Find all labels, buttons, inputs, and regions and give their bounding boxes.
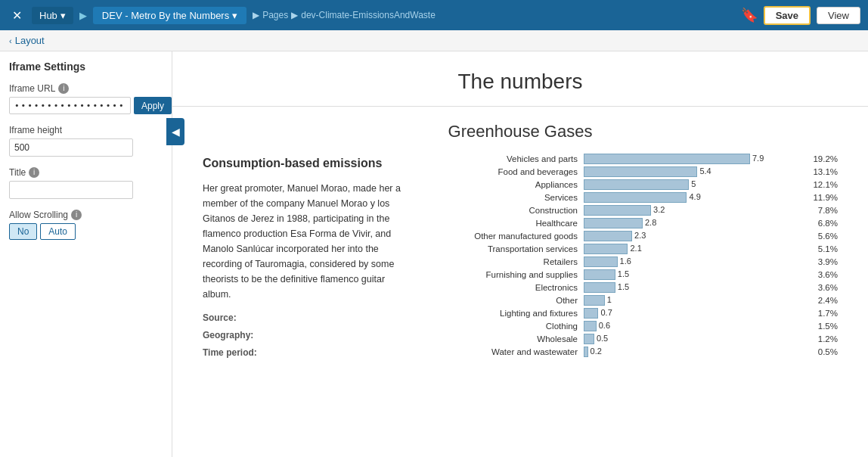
- breadcrumb-sep2: ▶: [291, 10, 298, 20]
- sidebar-toggle-button[interactable]: ◀: [166, 118, 184, 145]
- app-label: DEV - Metro By the Numbers: [102, 10, 229, 21]
- bar-label: Transportation services: [445, 244, 581, 253]
- iframe-height-input[interactable]: [9, 138, 133, 157]
- bar-label: Water and wastewater: [445, 347, 581, 356]
- bar-pct: 6.8%: [791, 219, 838, 228]
- section-title: Greenhouse Gases: [172, 107, 868, 154]
- iframe-url-input-row: Apply: [9, 97, 163, 114]
- iframe-height-label: Iframe height: [9, 125, 163, 135]
- allow-scrolling-group: Allow Scrolling i No Auto: [9, 210, 163, 240]
- bar-value: 1.6: [620, 256, 641, 266]
- bar-row: Construction3.27.8%: [445, 205, 838, 216]
- bar-container: 5: [584, 179, 783, 190]
- bar-fill: [584, 334, 594, 344]
- bar-label: Clothing: [445, 322, 581, 331]
- bar-pct: 5.1%: [791, 244, 838, 253]
- geography-line: Geography:: [203, 328, 414, 343]
- bar-label: Retailers: [445, 257, 581, 266]
- layout-back-label[interactable]: Layout: [15, 35, 45, 46]
- bar-row: Food and beverages5.413.1%: [445, 166, 838, 177]
- bar-pct: 3.6%: [791, 283, 838, 292]
- bar-label: Electronics: [445, 283, 581, 292]
- bar-pct: 11.9%: [786, 193, 838, 202]
- bar-pct: 12.1%: [786, 180, 838, 189]
- bar-pct: 0.5%: [791, 347, 838, 356]
- iframe-url-input[interactable]: [9, 97, 131, 114]
- bar-fill: [584, 282, 615, 293]
- iframe-url-info-icon[interactable]: i: [58, 83, 69, 94]
- timeperiod-line: Time period:: [203, 346, 414, 360]
- bar-value: 1.5: [618, 282, 639, 291]
- bar-container: 2.3: [584, 231, 788, 241]
- bar-row: Services4.911.9%: [445, 192, 838, 203]
- topbar-right: 🔖 Save View: [741, 6, 860, 25]
- bar-value: 0.2: [591, 347, 612, 356]
- layout-bar: ‹ Layout: [0, 30, 868, 51]
- content-area: The numbers Greenhouse Gases Consumption…: [172, 51, 868, 457]
- bar-value: 4.9: [689, 192, 710, 201]
- topbar: ✕ Hub ▾ ▶ DEV - Metro By the Numbers ▾ ▶…: [0, 0, 868, 30]
- bar-fill: [584, 269, 615, 280]
- bar-container: 1.5: [584, 282, 788, 293]
- bar-row: Appliances512.1%: [445, 179, 838, 190]
- bar-row: Healthcare2.86.8%: [445, 218, 838, 228]
- bar-fill: [584, 244, 628, 254]
- chart-area: Vehicles and parts7.919.2%Food and bever…: [445, 154, 838, 360]
- bar-row: Retailers1.63.9%: [445, 256, 838, 267]
- sidebar-title: Iframe Settings: [9, 61, 163, 73]
- bar-fill: [584, 205, 651, 216]
- scrolling-info-icon[interactable]: i: [71, 210, 82, 220]
- bar-value: 2.1: [630, 244, 651, 253]
- bar-fill: [584, 308, 598, 319]
- text-block-heading: Consumption-based emissions: [203, 154, 414, 173]
- bar-pct: 7.8%: [791, 206, 838, 215]
- bar-label: Wholesale: [445, 334, 581, 344]
- app-menu[interactable]: DEV - Metro By the Numbers ▾: [93, 7, 246, 24]
- bar-label: Healthcare: [445, 219, 581, 228]
- bar-pct: 1.5%: [791, 322, 838, 331]
- bar-value: 2.3: [634, 231, 656, 240]
- bar-container: 7.9: [584, 154, 783, 164]
- bar-row: Lighting and fixtures0.71.7%: [445, 308, 838, 319]
- bar-label: Vehicles and parts: [445, 154, 581, 163]
- bar-value: 0.5: [597, 334, 618, 343]
- bar-pct: 13.1%: [786, 167, 838, 176]
- apply-button[interactable]: Apply: [134, 97, 172, 114]
- back-icon: ‹: [9, 36, 12, 45]
- bar-row: Other12.4%: [445, 295, 838, 306]
- bar-value: 1.5: [618, 269, 639, 278]
- bar-label: Furnishing and supplies: [445, 270, 581, 279]
- bar-value: 1: [607, 295, 628, 304]
- scroll-no-button[interactable]: No: [9, 223, 37, 240]
- scrolling-buttons: No Auto: [9, 223, 163, 240]
- hub-menu[interactable]: Hub ▾: [32, 7, 73, 24]
- scroll-auto-button[interactable]: Auto: [40, 223, 76, 240]
- breadcrumb-page: dev-Climate-EmissionsAndWaste: [301, 10, 436, 20]
- bar-value: 5.4: [699, 166, 721, 176]
- bar-label: Services: [445, 193, 581, 202]
- bar-fill: [584, 192, 687, 203]
- bar-container: 3.2: [584, 205, 788, 216]
- bar-container: 4.9: [584, 192, 783, 203]
- bar-fill: [584, 231, 632, 241]
- view-button[interactable]: View: [817, 7, 860, 24]
- close-button[interactable]: ✕: [8, 6, 26, 24]
- bar-container: 5.4: [584, 166, 783, 177]
- bar-label: Construction: [445, 206, 581, 215]
- bar-pct: 5.6%: [791, 232, 838, 241]
- bar-container: 2.1: [584, 244, 788, 254]
- bar-pct: 3.6%: [791, 270, 838, 279]
- hub-dropdown-icon: ▾: [60, 10, 66, 21]
- title-group: Title i: [9, 167, 163, 199]
- bar-fill: [584, 256, 618, 267]
- bar-value: 0.7: [600, 308, 622, 317]
- bar-row: Other manufactured goods2.35.6%: [445, 231, 838, 241]
- title-info-icon[interactable]: i: [29, 167, 39, 178]
- bar-label: Other: [445, 296, 581, 305]
- breadcrumb: ▶ Pages ▶ dev-Climate-EmissionsAndWaste: [253, 10, 436, 20]
- iframe-url-label: Iframe URL i: [9, 83, 163, 94]
- bookmark-button[interactable]: 🔖: [741, 7, 758, 23]
- save-button[interactable]: Save: [764, 6, 811, 25]
- title-input[interactable]: [9, 181, 133, 199]
- bar-row: Electronics1.53.6%: [445, 282, 838, 293]
